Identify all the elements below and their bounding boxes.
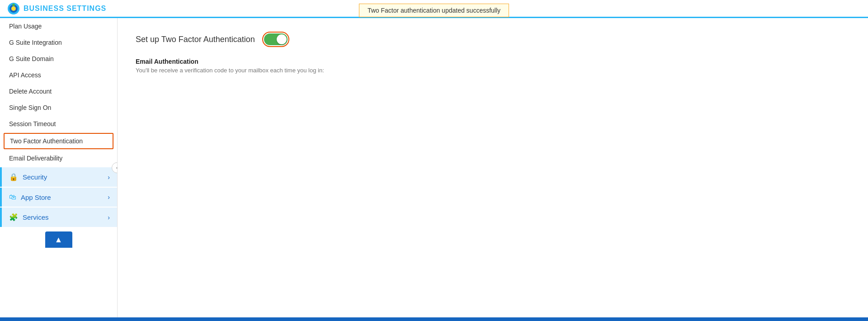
sidebar-section-services[interactable]: 🧩 Services › <box>0 208 117 227</box>
sidebar-section-security-label: Security <box>23 173 47 181</box>
sidebar-item-single-sign-on[interactable]: Single Sign On <box>0 99 117 116</box>
svg-point-2 <box>11 6 16 11</box>
sidebar-item-gsuite-domain[interactable]: G Suite Domain <box>0 51 117 67</box>
app-title: BUSINESS SETTINGS <box>24 5 106 13</box>
logo-icon <box>7 2 20 15</box>
two-factor-toggle[interactable] <box>264 33 288 45</box>
sidebar-item-gsuite-integration[interactable]: G Suite Integration <box>0 34 117 51</box>
services-chevron-right-icon: › <box>108 214 110 221</box>
bottom-bar <box>0 317 868 321</box>
svg-point-3 <box>12 4 15 6</box>
logo: BUSINESS SETTINGS <box>7 2 106 15</box>
security-chevron-right-icon: › <box>108 174 110 181</box>
top-bar: BUSINESS SETTINGS Two Factor authenticat… <box>0 0 868 18</box>
sidebar-section-app-store[interactable]: 🛍 App Store › <box>0 188 117 207</box>
email-auth-section: Email Authentication You'll be receive a… <box>136 58 850 74</box>
lock-icon: 🔒 <box>9 173 18 181</box>
appstore-chevron-right-icon: › <box>108 194 110 201</box>
sidebar: Plan Usage G Suite Integration G Suite D… <box>0 18 118 317</box>
two-factor-toggle-wrapper[interactable] <box>262 32 289 47</box>
sidebar-section-appstore-label: App Store <box>21 194 51 201</box>
main-layout: Plan Usage G Suite Integration G Suite D… <box>0 18 868 317</box>
sidebar-item-api-access[interactable]: API Access <box>0 67 117 83</box>
email-auth-description: You'll be receive a verification code to… <box>136 67 850 74</box>
scroll-top-button[interactable]: ▲ <box>45 231 72 248</box>
success-banner: Two Factor authentication updated succes… <box>359 4 509 17</box>
content-area: Set up Two Factor Authentication Email A… <box>118 18 868 317</box>
sidebar-item-delete-account[interactable]: Delete Account <box>0 83 117 99</box>
sidebar-section-security[interactable]: 🔒 Security › <box>0 167 117 187</box>
sidebar-item-session-timeout[interactable]: Session Timeout <box>0 116 117 132</box>
email-auth-title: Email Authentication <box>136 58 850 65</box>
page-header: Set up Two Factor Authentication <box>136 32 850 47</box>
toggle-knob <box>277 34 287 44</box>
sidebar-section-services-label: Services <box>23 213 49 221</box>
sidebar-item-email-deliverability[interactable]: Email Deliverability <box>0 150 117 166</box>
app-store-icon: 🛍 <box>9 193 16 201</box>
services-icon: 🧩 <box>9 213 18 222</box>
sidebar-item-plan-usage[interactable]: Plan Usage <box>0 18 117 34</box>
sidebar-item-two-factor-auth[interactable]: Two Factor Authentication <box>4 133 113 149</box>
page-title: Set up Two Factor Authentication <box>136 35 255 44</box>
